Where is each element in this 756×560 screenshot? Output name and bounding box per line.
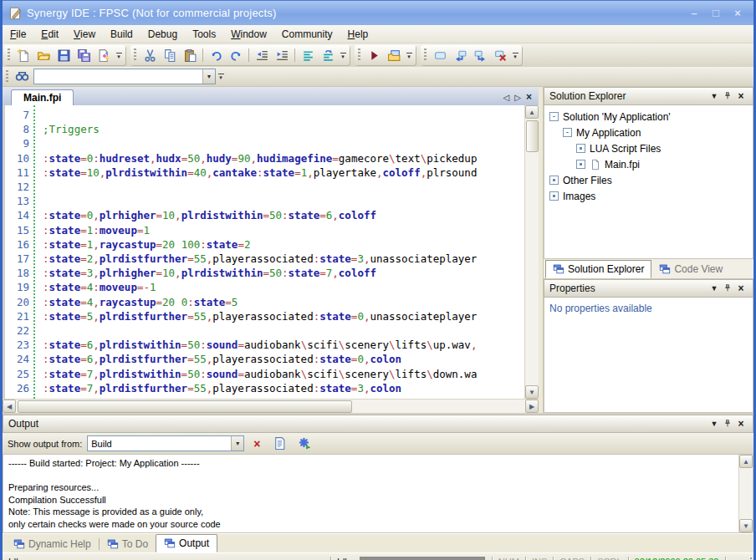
toolbar-grip[interactable] — [424, 48, 427, 62]
scroll-tabs-left-icon[interactable]: ◁ — [503, 93, 510, 102]
tab-solution-explorer[interactable]: Solution Explorer — [545, 260, 651, 278]
horizontal-scroll-thumb[interactable] — [18, 400, 352, 413]
run-button[interactable] — [364, 47, 384, 64]
close-pane-icon[interactable]: × — [734, 283, 748, 294]
menu-item-debug[interactable]: Debug — [140, 25, 185, 43]
menu-item-build[interactable]: Build — [103, 25, 140, 43]
find-combobox[interactable]: ▼ — [33, 69, 216, 84]
toolbar-overflow-chevron[interactable] — [114, 47, 124, 64]
toolbar-grip[interactable] — [134, 48, 136, 62]
toolbar-overflow-chevron[interactable] — [510, 47, 520, 64]
tree-item-images[interactable]: Images — [546, 188, 751, 204]
tree-item-lua-script-files[interactable]: LUA Script Files — [546, 140, 751, 156]
paste-button[interactable] — [180, 47, 200, 64]
find-icon[interactable] — [12, 68, 32, 85]
scroll-down-icon[interactable]: ▼ — [739, 519, 753, 532]
open-file-button[interactable] — [33, 47, 54, 64]
nav-back-button[interactable] — [450, 47, 470, 64]
tree-item-other-files[interactable]: Other Files — [546, 172, 751, 188]
tab-code-view[interactable]: Code View — [651, 260, 730, 278]
output-vertical-scrollbar[interactable]: ▲ ▼ — [738, 455, 753, 532]
indent-button[interactable] — [272, 47, 292, 64]
collapse-icon[interactable]: - — [549, 112, 559, 121]
toolbar-overflow-chevron[interactable] — [216, 68, 226, 85]
expand-icon[interactable] — [549, 176, 559, 185]
nav-clear-button[interactable] — [490, 47, 510, 64]
format-button[interactable] — [318, 47, 338, 64]
close-pane-icon[interactable]: × — [734, 90, 748, 102]
bottom-tab-output[interactable]: Output — [156, 534, 217, 552]
bottom-tab-dynamic-help[interactable]: Dynamic Help — [6, 536, 99, 552]
scroll-up-icon[interactable]: ▲ — [525, 105, 539, 119]
output-source-combobox[interactable]: Build ▼ — [87, 435, 244, 451]
solution-explorer-header[interactable]: Solution Explorer ▼ × — [544, 87, 753, 105]
tree-item-main-fpi[interactable]: Main.fpi — [546, 156, 751, 172]
expand-icon[interactable] — [549, 191, 559, 201]
menu-item-community[interactable]: Community — [274, 25, 340, 43]
properties-header[interactable]: Properties ▼ × — [544, 279, 753, 298]
maximize-button[interactable]: □ — [705, 5, 727, 22]
toolbar-grip[interactable] — [358, 48, 360, 62]
pin-icon[interactable] — [721, 419, 734, 430]
num-lock-indicator: NUM — [493, 553, 525, 560]
document-tab-mainfpi[interactable]: Main.fpi — [11, 89, 74, 105]
title-bar[interactable]: Synergy IDE : FPSC (Not for commercial p… — [3, 0, 753, 25]
output-text[interactable]: ------ Build started: Project: My Applic… — [3, 455, 738, 532]
resize-grip[interactable] — [742, 553, 753, 560]
new-file-button[interactable] — [13, 47, 33, 64]
toolbar-overflow-chevron[interactable] — [338, 47, 348, 64]
open-project-button[interactable] — [384, 47, 404, 64]
output-source-dropdown-arrow[interactable]: ▼ — [231, 436, 243, 451]
bookmark-box-button[interactable] — [430, 47, 450, 64]
collapse-icon[interactable]: - — [563, 128, 572, 137]
save-all-button[interactable] — [74, 47, 94, 64]
menu-item-tools[interactable]: Tools — [185, 25, 223, 43]
tree-item-my-application[interactable]: -My Application — [546, 125, 751, 140]
toolbar-grip[interactable] — [6, 70, 8, 84]
scroll-left-icon[interactable]: ◀ — [3, 400, 16, 413]
scroll-tabs-right-icon[interactable]: ▷ — [514, 93, 521, 102]
menu-item-file[interactable]: File — [3, 25, 33, 43]
nav-forward-button[interactable] — [470, 47, 490, 64]
pane-menu-chevron-icon[interactable]: ▼ — [707, 92, 721, 100]
pin-icon[interactable] — [721, 91, 734, 102]
undo-button[interactable] — [206, 47, 226, 64]
find-dropdown-arrow[interactable]: ▼ — [202, 69, 215, 84]
scroll-up-icon[interactable]: ▲ — [739, 455, 753, 468]
editor-horizontal-scrollbar[interactable]: ◀ ▶ — [3, 399, 539, 413]
toolbar-grip[interactable] — [8, 48, 10, 62]
menu-item-edit[interactable]: Edit — [33, 25, 66, 43]
close-button[interactable]: × — [727, 5, 748, 22]
scroll-down-icon[interactable]: ▼ — [525, 385, 539, 399]
expand-icon[interactable] — [576, 160, 585, 169]
save-button[interactable] — [54, 47, 74, 64]
vertical-scroll-thumb[interactable] — [526, 120, 539, 152]
menu-item-help[interactable]: Help — [340, 25, 376, 43]
close-pane-icon[interactable]: × — [734, 418, 748, 430]
menu-item-window[interactable]: Window — [223, 25, 274, 43]
cut-button[interactable] — [140, 47, 160, 64]
build-settings-icon[interactable] — [294, 435, 314, 452]
export-button[interactable] — [94, 47, 114, 64]
word-wrap-doc-icon[interactable] — [269, 435, 289, 452]
align-button[interactable] — [298, 47, 318, 64]
minimize-button[interactable]: – — [683, 5, 705, 22]
tree-item-solution-my-application[interactable]: -Solution 'My Application' — [546, 109, 751, 125]
editor-vertical-scrollbar[interactable]: ▲ ▼ — [524, 105, 539, 399]
pin-icon[interactable] — [721, 283, 734, 294]
pane-menu-chevron-icon[interactable]: ▼ — [707, 420, 721, 428]
menu-item-view[interactable]: View — [66, 25, 103, 43]
toolbar-overflow-chevron[interactable] — [404, 47, 414, 64]
expand-icon[interactable] — [576, 144, 585, 153]
close-document-icon[interactable]: × — [526, 91, 532, 103]
bottom-tab-to-do[interactable]: To Do — [100, 536, 156, 552]
scroll-right-icon[interactable]: ▶ — [525, 400, 539, 413]
copy-button[interactable] — [160, 47, 180, 64]
pane-menu-chevron-icon[interactable]: ▼ — [707, 284, 721, 293]
redo-button[interactable] — [226, 47, 246, 64]
code-editor[interactable]: ;Triggers :state=0:hudreset,hudx=50,hudy… — [35, 105, 524, 399]
clear-output-icon[interactable]: × — [249, 437, 264, 451]
output-header[interactable]: Output ▼ × — [3, 415, 753, 433]
outdent-button[interactable] — [252, 47, 272, 64]
up-arrow-icon[interactable]: ↑ — [726, 553, 743, 560]
